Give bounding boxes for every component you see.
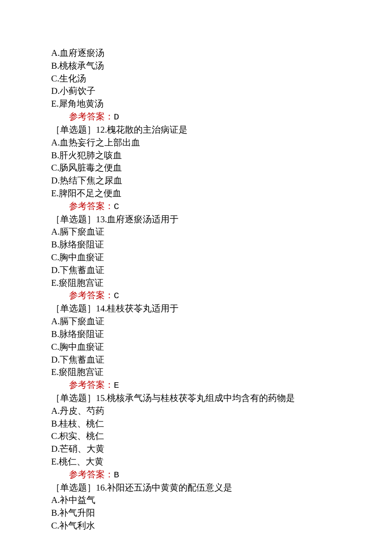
answer-label: 参考答案：	[69, 469, 114, 479]
q13-answer-line: 参考答案：C	[33, 289, 392, 302]
q15-option-c: C.枳实、桃仁	[33, 430, 392, 443]
q13-answer-value: C	[114, 291, 119, 301]
q11-option-c: C.生化汤	[33, 73, 392, 85]
q11-option-d: D.小蓟饮子	[33, 85, 392, 98]
q11-option-a: A.血府逐瘀汤	[33, 47, 392, 60]
answer-label: 参考答案：	[69, 111, 114, 122]
q13-option-d: D.下焦蓄血证	[33, 264, 392, 277]
q12-option-a: A.血热妄行之上部出血	[33, 137, 392, 149]
q14-prompt: ［单选题］14.桂枝茯苓丸适用于	[33, 302, 392, 315]
q11-option-b: B.桃核承气汤	[33, 60, 392, 73]
q12-option-e: E.脾阳不足之便血	[33, 187, 392, 200]
q14-answer-value: E	[114, 381, 119, 390]
q11-option-e: E.犀角地黄汤	[33, 98, 392, 110]
q15-answer-line: 参考答案：B	[33, 468, 392, 482]
q13-prompt: ［单选题］13.血府逐瘀汤适用于	[33, 213, 392, 226]
q16-option-a: A.补中益气	[33, 494, 392, 507]
q14-answer-line: 参考答案：E	[33, 379, 392, 392]
answer-label: 参考答案：	[69, 290, 114, 300]
q12-option-d: D.热结下焦之尿血	[33, 174, 392, 187]
q13-option-c: C.胸中血瘀证	[33, 251, 392, 264]
answer-label: 参考答案：	[69, 380, 114, 390]
q12-answer-line: 参考答案：C	[33, 200, 392, 213]
q14-option-d: D.下焦蓄血证	[33, 354, 392, 366]
q15-prompt: ［单选题］15.桃核承气汤与桂枝茯苓丸组成中均含有的药物是	[33, 392, 392, 405]
q16-option-c: C.补气利水	[33, 520, 392, 532]
q14-option-a: A.膈下瘀血证	[33, 315, 392, 328]
q14-option-c: C.胸中血瘀证	[33, 341, 392, 354]
answer-label: 参考答案：	[69, 201, 114, 211]
q13-option-a: A.膈下瘀血证	[33, 226, 392, 238]
q15-option-d: D.芒硝、大黄	[33, 443, 392, 456]
q15-option-b: B.桂枝、桃仁	[33, 418, 392, 430]
q12-option-b: B.肝火犯肺之咳血	[33, 149, 392, 162]
q16-option-b: B.补气升阳	[33, 507, 392, 520]
q16-prompt: ［单选题］16.补阳还五汤中黄黄的配伍意义是	[33, 482, 392, 494]
q14-option-b: B.脉络瘀阻证	[33, 328, 392, 341]
q15-answer-value: B	[114, 470, 119, 480]
q11-answer-value: D	[114, 112, 119, 122]
q14-option-e: E.瘀阻胞宫证	[33, 366, 392, 379]
q11-answer-line: 参考答案：D	[33, 110, 392, 124]
q15-option-e: E.桃仁、大黄	[33, 456, 392, 468]
q12-answer-value: C	[114, 202, 119, 212]
q12-prompt: ［单选题］12.槐花散的主治病证是	[33, 124, 392, 137]
q13-option-b: B.脉络瘀阻证	[33, 238, 392, 251]
q13-option-e: E.瘀阻胞宫证	[33, 277, 392, 290]
q12-option-c: C.肠风脏毒之便血	[33, 162, 392, 174]
q15-option-a: A.丹皮、芍药	[33, 405, 392, 418]
